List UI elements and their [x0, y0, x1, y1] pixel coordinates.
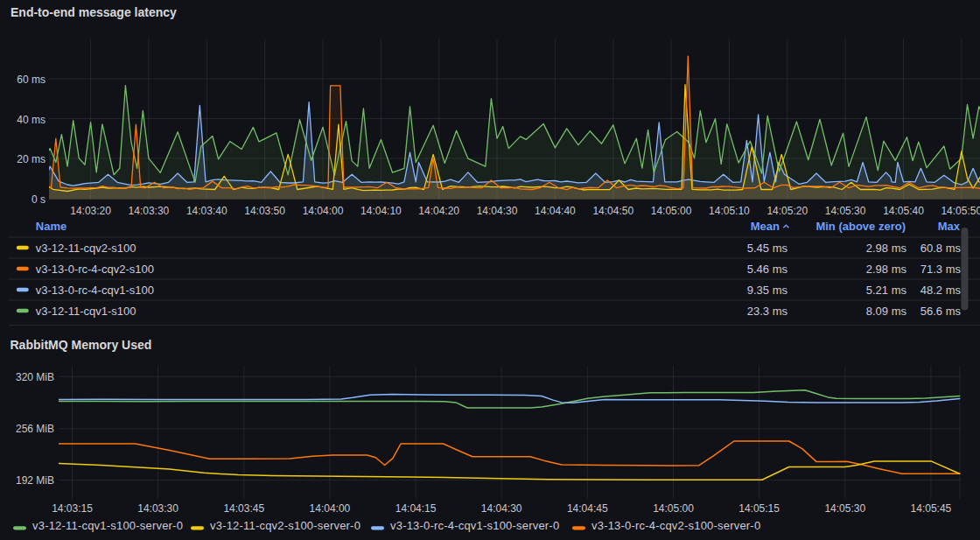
svg-text:14:03:30: 14:03:30	[137, 502, 178, 515]
svg-text:v3-13-0-rc-4-cqv2-s100-server-: v3-13-0-rc-4-cqv2-s100-server-0	[592, 519, 760, 532]
svg-text:2.98 ms: 2.98 ms	[866, 263, 907, 276]
svg-text:End-to-end message latency: End-to-end message latency	[10, 5, 177, 19]
svg-text:8.09 ms: 8.09 ms	[866, 305, 907, 318]
svg-text:14:04:00: 14:04:00	[310, 502, 351, 515]
svg-text:14:03:50: 14:03:50	[244, 205, 285, 217]
svg-text:Mean: Mean	[751, 220, 780, 233]
svg-text:v3-13-0-rc-4-cqv2-s100: v3-13-0-rc-4-cqv2-s100	[36, 263, 154, 276]
svg-text:14:05:00: 14:05:00	[653, 502, 694, 515]
svg-text:60.8 ms: 60.8 ms	[920, 242, 962, 255]
svg-text:23.3 ms: 23.3 ms	[747, 305, 788, 318]
svg-text:v3-12-11-cqv2-s100: v3-12-11-cqv2-s100	[36, 242, 136, 255]
svg-text:14:05:30: 14:05:30	[825, 205, 866, 217]
svg-text:14:04:15: 14:04:15	[396, 502, 437, 515]
svg-text:40 ms: 40 ms	[17, 114, 46, 126]
svg-text:v3-12-11-cqv2-s100-server-0: v3-12-11-cqv2-s100-server-0	[210, 519, 360, 532]
svg-text:14:05:00: 14:05:00	[651, 205, 692, 217]
svg-text:v3-13-0-rc-4-cqv1-s100-server-: v3-13-0-rc-4-cqv1-s100-server-0	[390, 519, 559, 532]
svg-text:60 ms: 60 ms	[17, 74, 46, 86]
svg-text:v3-12-11-cqv1-s100-server-0: v3-12-11-cqv1-s100-server-0	[32, 519, 183, 532]
svg-text:14:05:50: 14:05:50	[941, 205, 980, 217]
svg-text:14:04:10: 14:04:10	[360, 205, 402, 217]
svg-text:14:04:40: 14:04:40	[535, 205, 576, 217]
svg-text:RabbitMQ Memory Used: RabbitMQ Memory Used	[10, 338, 152, 352]
svg-text:5.21 ms: 5.21 ms	[866, 284, 907, 297]
svg-text:256 MiB: 256 MiB	[16, 423, 54, 435]
svg-text:14:05:40: 14:05:40	[883, 205, 924, 217]
svg-text:14:04:30: 14:04:30	[481, 502, 522, 515]
svg-text:14:05:45: 14:05:45	[911, 502, 952, 515]
svg-text:71.3 ms: 71.3 ms	[920, 263, 962, 276]
svg-text:14:03:45: 14:03:45	[223, 502, 264, 515]
svg-text:5.45 ms: 5.45 ms	[747, 242, 788, 255]
svg-text:14:05:15: 14:05:15	[738, 502, 780, 515]
svg-text:Max: Max	[938, 220, 961, 233]
svg-text:14:04:00: 14:04:00	[303, 205, 344, 217]
svg-text:48.2 ms: 48.2 ms	[920, 284, 962, 297]
svg-text:14:04:20: 14:04:20	[418, 205, 459, 217]
svg-text:14:03:20: 14:03:20	[70, 205, 111, 217]
svg-text:Name: Name	[36, 220, 66, 233]
svg-text:14:04:50: 14:04:50	[592, 205, 634, 217]
svg-text:192 MiB: 192 MiB	[16, 474, 54, 487]
svg-text:0 s: 0 s	[32, 193, 46, 206]
svg-text:v3-12-11-cqv1-s100: v3-12-11-cqv1-s100	[36, 305, 136, 318]
svg-text:14:04:45: 14:04:45	[567, 502, 608, 515]
svg-text:14:05:20: 14:05:20	[766, 205, 808, 217]
svg-text:v3-13-0-rc-4-cqv1-s100: v3-13-0-rc-4-cqv1-s100	[36, 284, 154, 297]
svg-text:14:03:30: 14:03:30	[129, 205, 170, 217]
svg-text:14:04:30: 14:04:30	[477, 205, 518, 217]
svg-text:9.35 ms: 9.35 ms	[747, 284, 788, 297]
svg-text:320 MiB: 320 MiB	[16, 371, 54, 383]
svg-text:14:03:15: 14:03:15	[52, 502, 93, 515]
svg-text:14:05:30: 14:05:30	[824, 502, 865, 515]
svg-text:56.6 ms: 56.6 ms	[920, 305, 962, 318]
svg-text:2.98 ms: 2.98 ms	[866, 242, 907, 255]
svg-text:5.46 ms: 5.46 ms	[747, 263, 788, 276]
svg-text:14:03:40: 14:03:40	[186, 205, 228, 217]
svg-text:20 ms: 20 ms	[17, 153, 46, 165]
svg-text:14:05:10: 14:05:10	[709, 205, 750, 217]
svg-text:Min (above zero): Min (above zero)	[816, 220, 906, 233]
